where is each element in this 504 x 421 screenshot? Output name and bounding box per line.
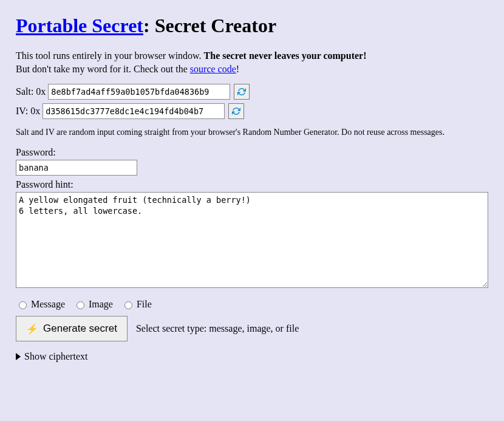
radio-message-label[interactable]: Message [16, 299, 65, 310]
iv-label: IV: 0x [16, 106, 40, 117]
page-title: Portable Secret: Secret Creator [16, 15, 488, 37]
salt-label: Salt: 0x [16, 86, 46, 97]
details-summary-text: Show ciphertext [24, 351, 87, 362]
intro-line1-pre: This tool runs entirely in your browser … [16, 50, 204, 61]
iv-refresh-button[interactable] [228, 103, 244, 119]
salt-row: Salt: 0x [16, 84, 488, 100]
intro-line1-bold: The secret never leaves your computer! [204, 50, 367, 61]
radio-message-text: Message [31, 299, 65, 310]
hint-textarea[interactable] [16, 192, 488, 288]
intro-line2-pre: But don't take my word for it. Check out… [16, 64, 190, 74]
password-label: Password: [16, 147, 488, 158]
salt-refresh-button[interactable] [234, 84, 250, 100]
title-suffix: : Secret Creator [143, 15, 276, 36]
password-input[interactable] [16, 160, 137, 176]
radio-file-label[interactable]: File [121, 299, 152, 310]
refresh-icon [237, 87, 246, 96]
radio-message[interactable] [19, 301, 27, 309]
intro-text: This tool runs entirely in your browser … [16, 49, 488, 75]
type-radios: Message Image File [16, 299, 488, 310]
portable-secret-link[interactable]: Portable Secret [16, 15, 143, 36]
generate-button[interactable]: ⚡ Generate secret [16, 316, 128, 341]
radio-image-text: Image [89, 299, 113, 310]
hint-label: Password hint: [16, 179, 488, 190]
rng-note: Salt and IV are random input coming stra… [16, 128, 488, 137]
radio-image[interactable] [77, 301, 84, 309]
iv-row: IV: 0x [16, 103, 488, 119]
radio-file-text: File [137, 299, 152, 310]
salt-input[interactable] [48, 84, 230, 100]
disclosure-triangle-icon [16, 353, 21, 360]
intro-line2-post: ! [236, 64, 239, 74]
generate-status: Select secret type: message, image, or f… [136, 323, 299, 334]
radio-file[interactable] [124, 301, 132, 309]
source-code-link[interactable]: source code [190, 64, 236, 74]
bolt-icon: ⚡ [26, 323, 38, 335]
generate-button-label: Generate secret [43, 323, 117, 335]
radio-image-label[interactable]: Image [73, 299, 113, 310]
iv-input[interactable] [43, 103, 225, 119]
refresh-icon [232, 107, 240, 115]
ciphertext-details[interactable]: Show ciphertext [16, 351, 488, 362]
